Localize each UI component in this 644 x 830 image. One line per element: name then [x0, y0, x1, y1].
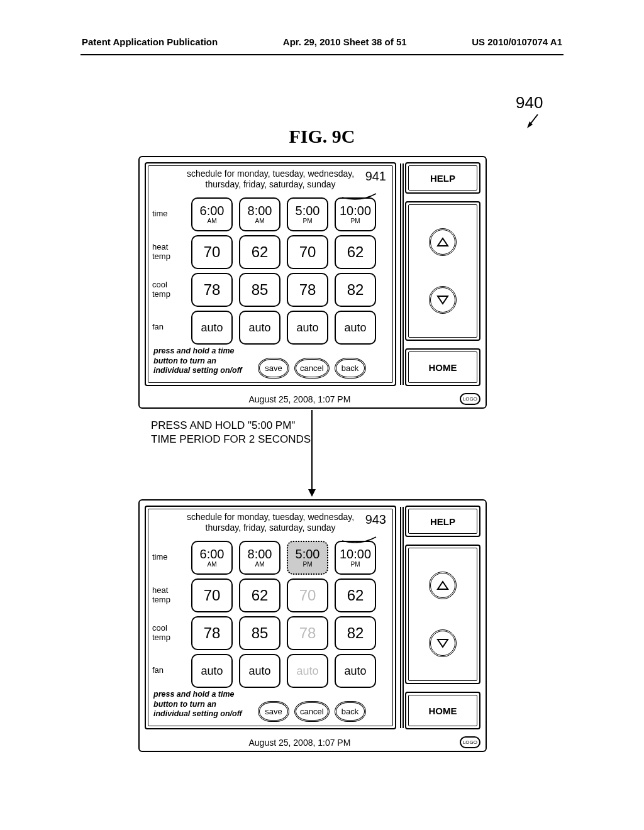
- cool-cell-1[interactable]: 78: [191, 273, 233, 307]
- svg-marker-3: [438, 296, 448, 304]
- arrow-group: [429, 228, 457, 314]
- title-line2: thursday, friday, saturday, sunday: [206, 179, 336, 189]
- fan-cell-3[interactable]: auto: [287, 311, 328, 345]
- row-label-time: time: [152, 197, 185, 231]
- heat-cell-4[interactable]: 62: [335, 235, 376, 269]
- row-label-time: time: [152, 541, 185, 575]
- svg-marker-2: [438, 238, 448, 246]
- cool-cell-1[interactable]: 78: [191, 616, 233, 650]
- time-cell-1[interactable]: 6:00AM: [191, 197, 233, 231]
- pub-left: Patent Application Publication: [82, 36, 218, 47]
- time-cell-3[interactable]: 5:00PM: [287, 197, 328, 231]
- schedule-title: schedule for monday, tuesday, wednesday,…: [151, 167, 390, 191]
- heat-cell-3[interactable]: 70: [287, 578, 328, 612]
- triangle-down-icon: [436, 295, 449, 305]
- datetime: August 25, 2008, 1:07 PM: [140, 394, 460, 404]
- hint-text: press and hold a time button to turn an …: [153, 690, 251, 719]
- device-frame-top: schedule for monday, tuesday, wednesday,…: [138, 156, 487, 409]
- time-cell-4[interactable]: 10:00PM: [335, 541, 376, 575]
- pub-right: US 2010/0107074 A1: [472, 36, 562, 47]
- cool-cell-2[interactable]: 85: [239, 273, 280, 307]
- transition-arrow-icon: [306, 410, 318, 498]
- triangle-down-icon: [436, 638, 449, 648]
- up-arrow-button[interactable]: [429, 572, 457, 599]
- up-arrow-button[interactable]: [429, 228, 457, 256]
- header-rule: [80, 54, 564, 55]
- footer: August 25, 2008, 1:07 PM LOGO: [140, 393, 486, 405]
- time-cell-3[interactable]: 5:00PM: [287, 541, 328, 575]
- row-label-cool: cool temp: [152, 273, 185, 307]
- fan-cell-1[interactable]: auto: [191, 311, 233, 345]
- row-label-fan: fan: [152, 654, 185, 688]
- side-mid-panel: [405, 545, 480, 684]
- heat-cell-3[interactable]: 70: [287, 235, 328, 269]
- cool-cell-4[interactable]: 82: [335, 616, 376, 650]
- main-panel: schedule for monday, tuesday, wednesday,…: [145, 506, 396, 729]
- action-row: save cancel back: [258, 701, 366, 722]
- schedule-title: schedule for monday, tuesday, wednesday,…: [151, 511, 390, 534]
- help-button[interactable]: HELP: [405, 506, 480, 537]
- logo-badge: LOGO: [460, 393, 480, 405]
- row-label-heat: heat temp: [152, 235, 185, 269]
- time-cell-4[interactable]: 10:00PM: [335, 197, 376, 231]
- save-button[interactable]: save: [258, 358, 289, 379]
- arrow-group: [429, 572, 457, 657]
- page-header: Patent Application Publication Apr. 29, …: [0, 36, 644, 47]
- svg-marker-6: [438, 582, 448, 589]
- help-button[interactable]: HELP: [405, 162, 480, 194]
- title-line1: schedule for monday, tuesday, wednesday,: [187, 169, 354, 179]
- svg-marker-7: [438, 639, 448, 647]
- heat-cell-1[interactable]: 70: [191, 235, 233, 269]
- side-column: HELP HOME: [405, 506, 480, 729]
- cancel-button[interactable]: cancel: [294, 701, 330, 722]
- cool-cell-3[interactable]: 78: [287, 273, 328, 307]
- action-row: save cancel back: [258, 358, 366, 379]
- main-panel: schedule for monday, tuesday, wednesday,…: [145, 162, 396, 386]
- callout-943: 943: [365, 512, 386, 527]
- fan-cell-2[interactable]: auto: [239, 311, 280, 345]
- time-cell-2[interactable]: 8:00AM: [239, 197, 280, 231]
- triangle-up-icon: [436, 580, 449, 590]
- down-arrow-button[interactable]: [429, 286, 457, 314]
- down-arrow-button[interactable]: [429, 629, 457, 657]
- home-button[interactable]: HOME: [405, 348, 480, 386]
- side-mid-panel: [405, 201, 480, 341]
- cancel-button[interactable]: cancel: [294, 358, 330, 379]
- time-cell-1[interactable]: 6:00AM: [191, 541, 233, 575]
- figure-title: FIG. 9C: [0, 126, 644, 147]
- cool-cell-2[interactable]: 85: [239, 616, 280, 650]
- side-column: HELP HOME: [405, 162, 480, 386]
- fan-cell-2[interactable]: auto: [239, 654, 280, 688]
- heat-cell-2[interactable]: 62: [239, 235, 280, 269]
- heat-cell-1[interactable]: 70: [191, 578, 233, 612]
- fan-cell-3[interactable]: auto: [287, 654, 328, 688]
- transition-caption: PRESS AND HOLD "5:00 PM" TIME PERIOD FOR…: [151, 419, 314, 446]
- callout-941: 941: [365, 169, 386, 184]
- pub-center: Apr. 29, 2010 Sheet 38 of 51: [283, 36, 407, 47]
- back-button[interactable]: back: [335, 358, 366, 379]
- heat-cell-4[interactable]: 62: [335, 578, 376, 612]
- footer: August 25, 2008, 1:07 PM LOGO: [140, 736, 486, 748]
- fan-cell-4[interactable]: auto: [335, 311, 376, 345]
- fan-cell-4[interactable]: auto: [335, 654, 376, 688]
- device-frame-bottom: schedule for monday, tuesday, wednesday,…: [138, 499, 487, 752]
- time-cell-2[interactable]: 8:00AM: [239, 541, 280, 575]
- title-line2: thursday, friday, saturday, sunday: [206, 523, 336, 533]
- schedule-grid: time 6:00AM 8:00AM 5:00PM 10:00PM heat t…: [152, 541, 390, 688]
- back-button[interactable]: back: [335, 701, 366, 722]
- save-button[interactable]: save: [258, 701, 289, 722]
- triangle-up-icon: [436, 237, 449, 247]
- cool-cell-3[interactable]: 78: [287, 616, 328, 650]
- logo-badge: LOGO: [460, 736, 480, 748]
- row-label-fan: fan: [152, 311, 185, 345]
- datetime: August 25, 2008, 1:07 PM: [140, 738, 460, 748]
- home-button[interactable]: HOME: [405, 692, 480, 729]
- hint-text: press and hold a time button to turn an …: [153, 346, 251, 376]
- schedule-grid: time 6:00AM 8:00AM 5:00PM 10:00PM heat t…: [152, 197, 390, 345]
- fan-cell-1[interactable]: auto: [191, 654, 233, 688]
- heat-cell-2[interactable]: 62: [239, 578, 280, 612]
- cool-cell-4[interactable]: 82: [335, 273, 376, 307]
- row-label-heat: heat temp: [152, 578, 185, 612]
- svg-marker-5: [308, 489, 316, 497]
- row-label-cool: cool temp: [152, 616, 185, 650]
